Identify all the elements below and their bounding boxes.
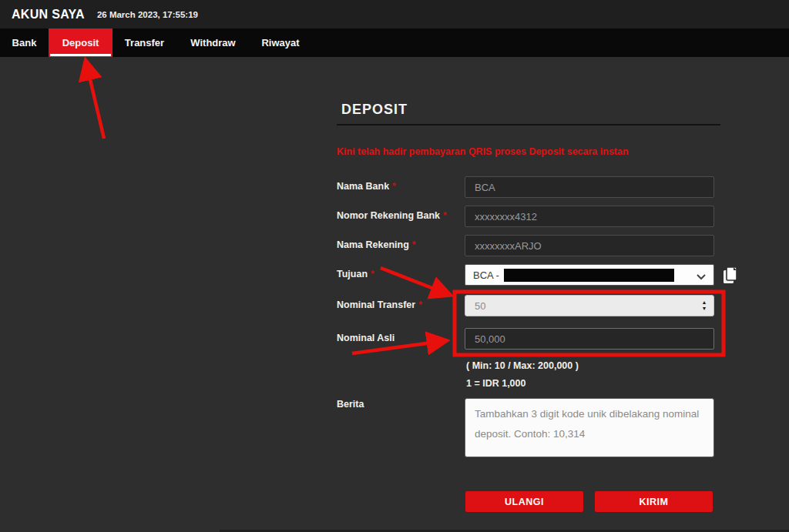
required-asterisk: * xyxy=(371,269,374,279)
berita-textarea[interactable] xyxy=(465,398,714,457)
nama-rekening-input[interactable] xyxy=(465,235,714,256)
nomor-rekening-input[interactable] xyxy=(465,206,714,227)
conversion-note: 1 = IDR 1,000 xyxy=(466,378,525,389)
spinner-down-icon[interactable]: ▼ xyxy=(702,306,707,312)
tujuan-select[interactable]: BCA - xyxy=(465,264,714,286)
tab-withdraw[interactable]: Withdraw xyxy=(176,28,250,57)
spinner-up-icon[interactable]: ▲ xyxy=(702,299,707,306)
required-asterisk: * xyxy=(443,210,447,221)
top-header: AKUN SAYA 26 March 2023, 17:55:19 xyxy=(0,0,789,28)
nominal-transfer-label: Nominal Transfer* xyxy=(337,299,422,310)
ulangi-button[interactable]: ULANGI xyxy=(465,491,583,512)
tujuan-selected-value: BCA - xyxy=(473,269,499,281)
nominal-asli-label: Nominal Asli xyxy=(337,333,394,343)
account-deposit-screen: AKUN SAYA 26 March 2023, 17:55:19 Bank D… xyxy=(0,0,789,532)
nominal-asli-input[interactable] xyxy=(465,328,714,350)
qris-promo-text: Kini telah hadir pembayaran QRIS proses … xyxy=(337,146,737,157)
tab-deposit[interactable]: Deposit xyxy=(49,28,112,57)
required-asterisk: * xyxy=(392,181,396,192)
tujuan-label: Tujuan* xyxy=(337,269,374,279)
kirim-button[interactable]: KIRIM xyxy=(595,491,713,512)
required-asterisk: * xyxy=(412,239,416,250)
berita-label: Berita xyxy=(337,399,364,410)
nomor-rekening-label: Nomor Rekening Bank* xyxy=(337,210,447,221)
datetime-display: 26 March 2023, 17:55:19 xyxy=(97,10,198,19)
main-nav: Bank Deposit Transfer Withdraw Riwayat xyxy=(0,28,789,57)
chevron-down-icon xyxy=(697,271,706,283)
arrow-to-nominal-transfer xyxy=(381,268,448,294)
title-divider xyxy=(337,124,720,125)
tab-transfer[interactable]: Transfer xyxy=(112,28,176,57)
nama-rekening-label: Nama Rekening* xyxy=(337,239,415,250)
tab-bank[interactable]: Bank xyxy=(0,28,49,57)
redaction-bar xyxy=(504,269,674,282)
number-spinner[interactable]: ▲ ▼ xyxy=(699,297,710,314)
copy-icon[interactable] xyxy=(721,265,740,286)
required-asterisk: * xyxy=(418,299,422,310)
page-title: DEPOSIT xyxy=(341,102,408,118)
nominal-transfer-input[interactable] xyxy=(465,295,714,316)
nama-bank-label: Nama Bank* xyxy=(337,181,396,192)
app-title: AKUN SAYA xyxy=(12,8,85,22)
min-max-note: ( Min: 10 / Max: 200,000 ) xyxy=(466,360,579,371)
arrow-to-deposit-tab xyxy=(86,63,104,139)
nama-bank-input[interactable] xyxy=(465,176,714,198)
tab-riwayat[interactable]: Riwayat xyxy=(250,28,311,57)
